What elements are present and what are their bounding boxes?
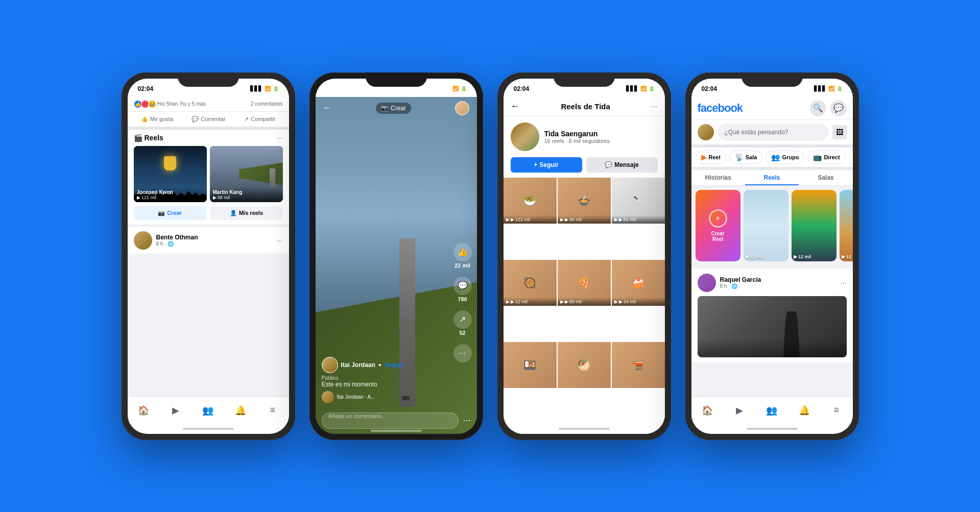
nav-notifications-4[interactable]: 🔔 <box>795 401 814 420</box>
nav-reels-4[interactable]: ▶ <box>730 401 749 420</box>
user-avatar-top[interactable] <box>455 101 469 115</box>
comment-action[interactable]: 💬 780 <box>453 277 472 302</box>
action-row: 👍 Me gusta 💬 Comentar ↗ Compartir <box>128 112 289 130</box>
image-gradient <box>698 339 847 357</box>
seguir-button[interactable]: Seguir <box>385 361 403 369</box>
phone-4-screen: 02:04 ▋▋▋ 📶 🔋 facebook 🔍 💬 <box>691 79 853 434</box>
comment-more-icon[interactable]: ··· <box>463 415 470 426</box>
nav-menu-1[interactable]: ≡ <box>264 401 282 420</box>
my-reels-button[interactable]: 👤 Mis reels <box>210 206 283 220</box>
nav-groups-1[interactable]: 👥 <box>199 401 217 420</box>
bottom-nav-4: 🏠 ▶ 👥 🔔 ≡ <box>691 397 853 424</box>
nav-home-4[interactable]: 🏠 <box>698 401 716 420</box>
more-action[interactable]: ··· <box>453 344 472 362</box>
reel-cell-6[interactable]: 🍰 ▶ ▶ 14 mil <box>612 260 665 306</box>
home-bar-3 <box>559 428 610 430</box>
salas-tab[interactable]: Salas <box>799 170 852 185</box>
nav-groups-4[interactable]: 👥 <box>762 401 781 420</box>
creator-avatar <box>322 357 338 373</box>
comment-input[interactable]: Añade un comentario... <box>322 412 459 429</box>
home-bar-1 <box>183 428 234 430</box>
search-button[interactable]: 🔍 <box>810 100 826 116</box>
post-more-icon[interactable]: ··· <box>841 279 847 287</box>
post-input[interactable]: ¿Qué estás pensando? <box>718 124 828 140</box>
create-icon: 📷 <box>158 210 165 216</box>
like-icon: 👍 <box>141 116 148 123</box>
signal-icon-3: ▋▋▋ <box>626 86 638 91</box>
reel-thumb-2[interactable]: Martin Kang ▶ 88 mil <box>210 146 283 202</box>
fb-reel-card-4[interactable]: ▶ 12 <box>840 190 853 261</box>
phone-3-screen: 02:04 ▋▋▋ 📶 🔋 ← Reels de Tida ··· <box>504 79 665 434</box>
reels-header: 🎬 Reels ··· <box>134 134 283 142</box>
fb-reel-card-2[interactable]: ▶ 12 mil <box>744 190 788 261</box>
profile-more-icon[interactable]: ··· <box>652 102 658 110</box>
status-icons-1: ▋▋▋ 📶 🔋 <box>250 86 279 91</box>
reel-thumb-1[interactable]: Joonseo Kwon ▶ 121 mil <box>134 146 207 202</box>
photo-icon[interactable]: 🖼 <box>832 125 847 139</box>
creator-name: Itai Jordaan <box>341 361 375 369</box>
nav-notifications-1[interactable]: 🔔 <box>231 401 250 420</box>
profile-info-row: Tida Saengarun 16 reels · 6 mil seguidor… <box>504 116 665 157</box>
grupo-shortcut[interactable]: 👥 Grupo <box>766 151 804 164</box>
comment-button[interactable]: 💬 Comentar <box>187 114 229 125</box>
reel-cell-overlay-6: ▶ ▶ 14 mil <box>612 298 665 306</box>
like-action-icon: 👍 <box>453 243 472 261</box>
historias-tab[interactable]: Historias <box>691 170 745 185</box>
comments-count: 2 comentarios <box>251 101 283 107</box>
wifi-icon-4: 📶 <box>828 86 834 91</box>
direct-shortcut[interactable]: 📺 Direct <box>807 151 845 164</box>
story-more-icon[interactable]: ··· <box>277 236 283 245</box>
back-button-3[interactable]: ← <box>511 101 520 112</box>
nav-home-1[interactable]: 🏠 <box>134 401 153 420</box>
home-indicator-3 <box>504 424 665 434</box>
post-image <box>698 296 847 357</box>
messenger-button[interactable]: 💬 <box>830 100 847 116</box>
sala-shortcut[interactable]: 📡 Sala <box>729 151 763 164</box>
like-button[interactable]: 👍 Me gusta <box>137 114 177 125</box>
play-icon-3: ▶ <box>614 217 618 222</box>
fb-post-item: Raquel García 8 h · 🌐 ··· <box>691 269 853 362</box>
phone3-profile: ← Reels de Tida ··· Tida Saengarun 16 re… <box>504 97 665 424</box>
reels-grid: Joonseo Kwon ▶ 121 mil Martin Kang <box>134 146 283 202</box>
reel-shortcut[interactable]: ▶ Reel <box>696 151 726 164</box>
verified-icon: ● <box>378 362 381 368</box>
comment-count: 780 <box>458 296 467 302</box>
reel-cell-4[interactable]: 🥘 ▶ ▶ 12 mil <box>504 260 557 306</box>
like-action[interactable]: 👍 22 mil <box>453 243 472 269</box>
reel-cell-5[interactable]: 🍕 ▶ ▶ 80 mil <box>558 260 611 306</box>
message-label: Mensaje <box>614 161 638 168</box>
back-button-2[interactable]: ← <box>323 103 332 113</box>
create-reel-button[interactable]: 📷 Crear <box>134 206 206 220</box>
reel-cell-2[interactable]: 🍲 ▶ ▶ 90 mil <box>558 178 611 224</box>
reaction-row: 👍 ❤️ 😂 Hoi Shan Yiu y 5 más 2 comentario… <box>128 97 289 112</box>
share-action[interactable]: ↗ 52 <box>453 310 472 336</box>
story-name: Bente Othman <box>156 234 198 241</box>
reel-cell-8[interactable]: 🥙 <box>558 342 611 388</box>
nav-menu-4[interactable]: ≡ <box>827 401 846 420</box>
share-button[interactable]: ↗ Compartir <box>240 114 279 125</box>
crear-button[interactable]: 📷 Crear <box>376 103 411 114</box>
fb-reel-card-3[interactable]: ▶ 12 mil <box>792 190 836 261</box>
reel-cell-3[interactable]: 🔪 ▶ ▶ 81 mil <box>612 178 665 224</box>
reel-cell-9[interactable]: 🫕 <box>612 342 665 388</box>
battery-icon-4: 🔋 <box>836 86 843 91</box>
phone-3-notch <box>554 72 615 87</box>
more-action-icon: ··· <box>453 344 472 362</box>
caption-text: Este es mi momento <box>322 381 440 388</box>
message-icon: 💬 <box>605 161 612 168</box>
reel-cell-overlay-5: ▶ ▶ 80 mil <box>558 298 611 306</box>
comment-action-icon: 💬 <box>453 277 472 295</box>
reel-info-2: Martin Kang ▶ 88 mil <box>210 187 283 202</box>
phone-1-screen: 02:04 ▋▋▋ 📶 🔋 👍 ❤️ 😂 Hoi <box>128 79 289 434</box>
nav-reels-1[interactable]: ▶ <box>166 401 185 420</box>
sala-shortcut-icon: 📡 <box>735 153 744 161</box>
create-reel-card[interactable]: + CrearReel <box>696 190 740 261</box>
fb-header: facebook 🔍 💬 <box>691 97 853 120</box>
reels-tab[interactable]: Reels <box>745 170 799 185</box>
reels-more-icon[interactable]: ··· <box>277 134 283 142</box>
cliff-shape <box>239 163 283 185</box>
reel-cell-7[interactable]: 🍱 <box>504 342 557 388</box>
message-button[interactable]: 💬 Mensaje <box>586 157 658 173</box>
follow-button[interactable]: + Seguir <box>511 157 582 173</box>
reel-cell-1[interactable]: 🥗 ▶ ▶ 121 mil <box>504 178 557 224</box>
